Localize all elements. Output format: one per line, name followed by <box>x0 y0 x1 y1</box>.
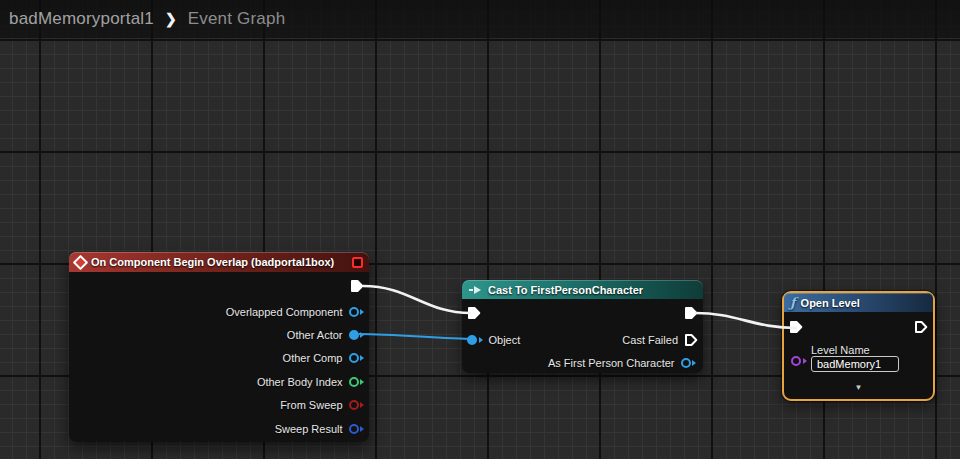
pin-other-body-index[interactable] <box>349 377 365 387</box>
node-title: Open Level <box>801 297 860 309</box>
pin-label: As First Person Character <box>548 357 675 369</box>
event-icon <box>73 254 89 270</box>
node-open-level[interactable]: ƒ Open Level Level Name ▼ <box>782 291 935 401</box>
breadcrumb-root[interactable]: badMemoryportal1 <box>9 9 154 29</box>
breadcrumb: badMemoryportal1 ❯ Event Graph <box>0 0 960 38</box>
pin-label: Sweep Result <box>275 423 343 435</box>
pin-as-first-person-character[interactable] <box>681 358 697 368</box>
pin-label: Other Actor <box>287 329 343 341</box>
pin-label: Other Body Index <box>257 376 343 388</box>
chevron-right-icon: ❯ <box>165 11 177 27</box>
node-header: On Component Begin Overlap (badportal1bo… <box>69 252 369 272</box>
exec-pin-row <box>69 272 369 300</box>
wire-data-otheractor-to-object[interactable] <box>359 334 476 339</box>
pin-label: Overlapped Component <box>226 306 343 318</box>
level-name-param: Level Name <box>784 341 933 381</box>
pin-row: Object Cast Failed <box>462 327 703 352</box>
cast-icon <box>468 285 483 295</box>
node-on-component-begin-overlap[interactable]: On Component Begin Overlap (badportal1bo… <box>69 252 369 442</box>
collapse-row: ▼ <box>784 381 933 395</box>
pin-sweep-result[interactable] <box>349 424 365 434</box>
node-title: On Component Begin Overlap (badportal1bo… <box>91 256 334 268</box>
exec-out-pin[interactable] <box>350 279 364 293</box>
breadcrumb-current[interactable]: Event Graph <box>188 9 286 29</box>
cast-failed-exec-pin[interactable] <box>684 333 698 347</box>
exec-out-pin[interactable] <box>914 320 928 334</box>
pin-row: As First Person Character <box>462 352 703 373</box>
event-output-pins: Overlapped ComponentOther ActorOther Com… <box>69 300 369 440</box>
exec-pin-row <box>462 299 703 327</box>
event-pin-row: Other Actor <box>69 323 369 346</box>
node-title: Cast To FirstPersonCharacter <box>488 284 643 296</box>
level-name-input[interactable] <box>811 356 899 372</box>
pin-overlapped-component[interactable] <box>349 307 365 317</box>
event-pin-row: From Sweep <box>69 394 369 417</box>
pin-other-comp[interactable] <box>349 353 365 363</box>
wire-exec-event-to-cast[interactable] <box>363 286 471 313</box>
node-header: Cast To FirstPersonCharacter <box>462 280 703 299</box>
pin-from-sweep[interactable] <box>349 400 365 410</box>
event-pin-row: Overlapped Component <box>69 300 369 323</box>
node-header: ƒ Open Level <box>784 293 933 312</box>
node-cast-to-firstpersoncharacter[interactable]: Cast To FirstPersonCharacter Object Cast… <box>462 280 703 373</box>
pin-level-name[interactable] <box>791 356 807 366</box>
exec-pin-row <box>784 312 933 341</box>
level-name-label: Level Name <box>811 344 870 356</box>
pin-object[interactable] <box>467 335 483 345</box>
exec-in-pin[interactable] <box>789 320 803 334</box>
event-pin-row: Other Comp <box>69 347 369 370</box>
pin-other-actor[interactable] <box>349 330 365 340</box>
event-pin-row: Sweep Result <box>69 417 369 440</box>
pin-label: Object <box>489 334 521 346</box>
collapse-arrow-icon[interactable]: ▼ <box>855 384 863 392</box>
pin-label: Cast Failed <box>622 334 678 346</box>
event-pin-row: Other Body Index <box>69 370 369 393</box>
graph-canvas[interactable]: badMemoryportal1 ❯ Event Graph On Compon… <box>0 0 960 459</box>
pin-label: Other Comp <box>283 352 343 364</box>
function-icon: ƒ <box>790 296 796 309</box>
pin-label: From Sweep <box>280 399 342 411</box>
exec-in-pin[interactable] <box>467 306 481 320</box>
delegate-pin[interactable] <box>352 257 363 268</box>
exec-out-pin[interactable] <box>684 306 698 320</box>
